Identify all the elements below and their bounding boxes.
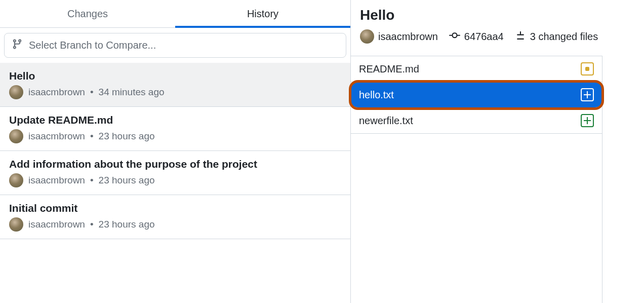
branch-compare-select[interactable]: Select Branch to Compare... [4,33,346,58]
file-row[interactable]: hello.txt [351,82,602,108]
commit-time: 34 minutes ago [99,87,165,98]
commit-author: isaacmbrown [28,219,85,230]
commit-meta: isaacmbrown • 34 minutes ago [9,85,341,99]
tab-history-label: History [247,8,278,20]
commit-item[interactable]: Update README.md isaacmbrown • 23 hours … [0,107,350,151]
file-name: hello.txt [359,89,394,101]
avatar-icon [360,29,374,44]
avatar-icon [9,129,23,143]
commit-meta: isaacmbrown • 23 hours ago [9,217,341,232]
diff-icon [515,30,526,44]
separator: • [90,175,94,186]
commit-author: isaacmbrown [28,175,85,186]
tab-changes[interactable]: Changes [0,0,175,27]
sha-group[interactable]: 6476aa4 [449,30,504,44]
file-row[interactable]: README.md [351,56,602,82]
tabs: Changes History [0,0,350,28]
branch-compare-placeholder: Select Branch to Compare... [29,40,156,51]
separator: • [90,131,94,142]
diff-modified-icon [581,62,594,75]
right-panel: Hello isaacmbrown 6476aa4 [351,0,644,303]
file-name: README.md [359,63,419,75]
commit-time: 23 hours ago [99,175,155,186]
diff-added-icon [581,114,594,127]
changed-files-label: 3 changed files [530,31,598,43]
commit-author: isaacmbrown [28,87,85,98]
commit-item[interactable]: Add information about the purpose of the… [0,151,350,195]
changed-files-list: README.md hello.txt newerfile.txt [351,56,602,303]
commit-meta: isaacmbrown • 23 hours ago [9,173,341,187]
app-root: Changes History Select Branch to Compare… [0,0,644,303]
git-branch-icon [12,39,23,52]
diff-added-icon [581,88,594,101]
commit-sha-icon [449,30,460,44]
author-group: isaacmbrown [360,29,438,44]
commit-item[interactable]: Initial commit isaacmbrown • 23 hours ag… [0,195,350,239]
commit-detail-sha: 6476aa4 [464,31,504,43]
commit-detail-title: Hello [360,7,635,23]
commit-time: 23 hours ago [99,131,155,142]
commit-list: Hello isaacmbrown • 34 minutes ago Updat… [0,63,350,239]
separator: • [90,87,94,98]
changed-files-group[interactable]: 3 changed files [515,30,598,44]
tab-history[interactable]: History [175,0,350,27]
tab-changes-label: Changes [67,8,108,20]
left-panel: Changes History Select Branch to Compare… [0,0,351,303]
commit-author: isaacmbrown [28,131,85,142]
commit-title: Hello [9,70,341,82]
commit-item[interactable]: Hello isaacmbrown • 34 minutes ago [0,63,350,107]
commit-detail-meta: isaacmbrown 6476aa4 [360,29,635,44]
commit-title: Update README.md [9,114,341,126]
commit-title: Initial commit [9,202,341,214]
file-name: newerfile.txt [359,115,413,127]
commit-time: 23 hours ago [99,219,155,230]
commit-meta: isaacmbrown • 23 hours ago [9,129,341,143]
file-row[interactable]: newerfile.txt [351,108,602,134]
avatar-icon [9,85,23,99]
commit-detail-author: isaacmbrown [378,31,438,43]
commit-title: Add information about the purpose of the… [9,158,341,170]
avatar-icon [9,217,23,232]
separator: • [90,219,94,230]
commit-detail-header: Hello isaacmbrown 6476aa4 [351,0,644,51]
avatar-icon [9,173,23,187]
